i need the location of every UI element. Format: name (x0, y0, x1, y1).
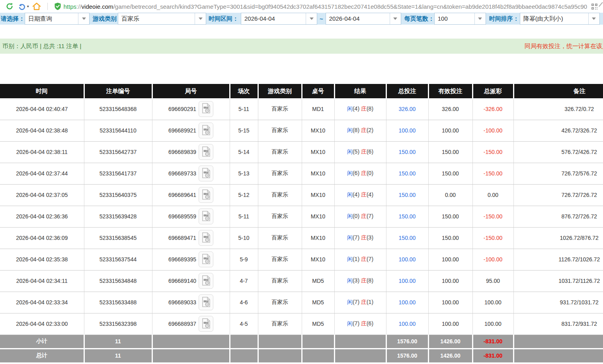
cell-table: MD5 (302, 313, 334, 335)
cell-round: 696688937 (152, 313, 230, 335)
video-film-icon (202, 297, 211, 308)
banker-result-label: 庄 (361, 191, 367, 198)
cell-table: MD5 (302, 270, 334, 292)
cell-valid-bet: 150.00 (428, 163, 472, 184)
game-type-combo[interactable]: 百家乐 (118, 13, 206, 25)
select-mode-value[interactable]: 日期查询 (25, 13, 78, 24)
page-size-combo[interactable]: 100 (434, 13, 486, 25)
cell-table: MX10 (302, 227, 334, 249)
chevron-down-icon[interactable] (306, 13, 317, 24)
cell-payout: 100.00 (472, 292, 513, 313)
banker-result-label: 庄 (361, 320, 367, 327)
total-payout: -831.00 (472, 348, 513, 362)
game-type-value[interactable]: 百家乐 (118, 13, 195, 24)
cell-total-bet: 150.00 (386, 227, 428, 249)
total-label: 总计 (0, 348, 84, 362)
cell-table: MX10 (302, 120, 334, 141)
header-payout: 总派彩 (472, 84, 513, 98)
chevron-down-icon[interactable] (78, 13, 89, 24)
banker-result-points: (7) (367, 256, 373, 262)
cell-session: 5-11 (230, 98, 258, 120)
banker-result-points: (1) (367, 299, 373, 305)
table-row: 2026-04-04 02:37:05523315640375696689641… (0, 184, 603, 206)
video-replay-button[interactable] (199, 316, 213, 332)
video-film-icon (202, 211, 211, 222)
player-result-label: 闲 (347, 320, 353, 327)
video-film-icon (202, 318, 211, 330)
favorite-star-icon[interactable] (599, 2, 603, 10)
cell-bet-id: 523315648368 (84, 98, 152, 120)
cell-remark: 931.72/1031.72 (513, 292, 603, 313)
video-film-icon (202, 275, 211, 287)
page-size-value[interactable]: 100 (435, 13, 474, 24)
subtotal-payout: -831.00 (472, 335, 513, 348)
sort-order-value[interactable]: 降幂(由大到小) (520, 13, 588, 24)
undo-icon[interactable] (18, 3, 26, 10)
chevron-down-icon[interactable] (195, 13, 206, 24)
player-result-points: (7) (353, 299, 361, 305)
round-number: 696689395 (168, 256, 196, 263)
cell-remark: 326.72/0.72 (513, 98, 603, 120)
total-empty (258, 348, 302, 362)
cell-game-type: 百家乐 (258, 184, 302, 206)
table-row: 2026-04-04 02:38:11523315642737696689839… (0, 141, 603, 163)
cell-round: 696689471 (152, 227, 230, 249)
cell-time: 2026-04-04 02:37:44 (0, 163, 84, 184)
chevron-down-icon[interactable] (474, 13, 486, 24)
banker-result-points: (4) (367, 191, 373, 198)
video-replay-button[interactable] (199, 251, 213, 267)
undo-dropdown-caret-icon[interactable]: ▾ (27, 4, 29, 8)
cell-result: 闲(7) 庄(6) (334, 313, 386, 335)
table-row: 2026-04-04 02:40:47523315648368696690291… (0, 98, 603, 120)
date-from-value[interactable]: 2026-04-04 (241, 13, 306, 24)
player-result-points: (7) (353, 320, 361, 327)
address-bar[interactable]: https://videoie.com/game/betrecord_searc… (64, 3, 589, 10)
chevron-down-icon[interactable] (390, 13, 401, 24)
cell-total-bet: 100.00 (386, 292, 428, 313)
date-from-combo[interactable]: 2026-04-04 (241, 13, 317, 25)
cell-table: MX10 (302, 249, 334, 270)
total-empty (334, 348, 386, 362)
cell-valid-bet: 100.00 (428, 120, 472, 141)
table-row: 2026-04-04 02:34:11523315634848696689140… (0, 270, 603, 292)
video-replay-button[interactable] (199, 208, 213, 224)
banker-result-label: 庄 (361, 148, 367, 155)
total-empty (302, 348, 334, 362)
cell-payout: -100.00 (472, 249, 513, 270)
cell-session: 5-14 (230, 141, 258, 163)
total-total-bet: 1576.00 (386, 348, 428, 362)
cell-result: 闲(3) 庄(8) (334, 270, 386, 292)
date-to-combo[interactable]: 2026-04-04 (326, 13, 401, 25)
video-replay-button[interactable] (199, 294, 213, 310)
refresh-icon[interactable] (6, 2, 14, 10)
banker-result-label: 庄 (361, 256, 367, 262)
cell-round: 696689921 (152, 120, 230, 141)
video-film-icon (202, 232, 211, 244)
security-shield-icon[interactable] (54, 2, 61, 10)
video-replay-button[interactable] (199, 165, 213, 181)
video-replay-button[interactable] (199, 101, 213, 117)
video-replay-button[interactable] (199, 230, 213, 246)
subtotal-row: 小计 11 1576.00 1426.00 -831.00 (0, 335, 603, 348)
video-replay-button[interactable] (199, 273, 213, 289)
cell-bet-id: 523315634848 (84, 270, 152, 292)
table-row: 2026-04-04 02:36:36523315639428696689559… (0, 206, 603, 227)
banker-result-points: (8) (367, 105, 373, 112)
home-icon[interactable] (32, 2, 41, 10)
cell-bet-id: 523315642737 (84, 141, 152, 163)
cell-round: 696689641 (152, 184, 230, 206)
date-range-tilde: ~ (320, 16, 323, 22)
cell-session: 5-10 (230, 227, 258, 249)
cell-valid-bet: 100.00 (428, 249, 472, 270)
cell-game-type: 百家乐 (258, 249, 302, 270)
cell-remark: 1126.72/1026.72 (513, 249, 603, 270)
date-to-value[interactable]: 2026-04-04 (326, 13, 390, 24)
video-replay-button[interactable] (199, 187, 213, 203)
video-film-icon (202, 168, 211, 179)
chevron-down-icon[interactable] (588, 13, 599, 24)
video-replay-button[interactable] (199, 144, 213, 160)
qr-code-icon[interactable] (591, 4, 597, 10)
sort-order-combo[interactable]: 降幂(由大到小) (520, 13, 600, 25)
select-mode-combo[interactable]: 日期查询 (25, 13, 90, 25)
video-replay-button[interactable] (199, 123, 213, 138)
